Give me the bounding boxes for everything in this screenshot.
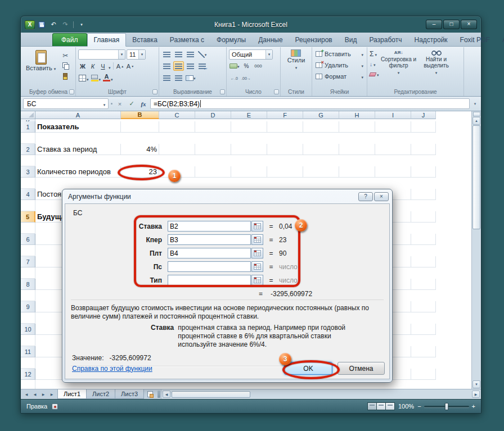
cell-I1[interactable] xyxy=(375,121,411,133)
tab-Файл[interactable]: Файл xyxy=(52,33,87,46)
cell-J12[interactable] xyxy=(411,369,436,380)
cell-A2[interactable]: Ставка за период xyxy=(35,144,121,155)
scroll-left-button[interactable] xyxy=(163,391,170,398)
cell-I3[interactable] xyxy=(375,166,411,178)
row-header-2[interactable]: 2 xyxy=(21,144,35,155)
dialog-help-button[interactable]: ? xyxy=(358,192,373,201)
cell-B3[interactable]: 23 xyxy=(121,166,159,178)
cell-J5[interactable] xyxy=(411,211,436,223)
decrease-decimal-button[interactable] xyxy=(241,73,251,83)
arg-collapse-button-Ставка[interactable] xyxy=(251,221,263,232)
scroll-right-button[interactable] xyxy=(472,391,480,398)
cell-J3[interactable] xyxy=(411,166,436,178)
last-sheet-button[interactable] xyxy=(48,391,56,398)
arg-collapse-button-Тип[interactable] xyxy=(251,275,263,285)
cell-K4[interactable] xyxy=(21,200,35,211)
cell-E3[interactable] xyxy=(231,166,267,178)
row-header-12[interactable]: 12 xyxy=(21,369,35,380)
name-box-divider[interactable] xyxy=(110,103,113,105)
cell-D2[interactable] xyxy=(195,144,231,155)
cell-D1[interactable] xyxy=(195,121,231,133)
number-dialog-launcher[interactable] xyxy=(274,89,279,94)
cell-K7[interactable] xyxy=(21,267,35,279)
cell-J2[interactable] xyxy=(411,144,436,155)
cell-J7[interactable] xyxy=(411,256,436,267)
cancel-entry-button[interactable]: × xyxy=(115,99,125,109)
styles-button[interactable]: Стили xyxy=(285,48,308,72)
close-button[interactable]: × xyxy=(461,20,477,29)
cell-K12[interactable] xyxy=(21,380,35,389)
fill-button[interactable] xyxy=(370,60,379,69)
formula-input[interactable]: =БС(B2;B3;B4) xyxy=(150,98,470,109)
tab-Разработч[interactable]: Разработч xyxy=(363,34,408,46)
cell-F1[interactable] xyxy=(267,121,303,133)
tab-Надстройк[interactable]: Надстройк xyxy=(408,34,453,46)
accounting-format-button[interactable] xyxy=(229,61,240,71)
cell-J6[interactable] xyxy=(411,234,436,245)
sheet-tab-Лист1[interactable]: Лист1 xyxy=(57,389,87,399)
delete-cells-button[interactable]: Удалить xyxy=(314,60,364,70)
cell-F3[interactable] xyxy=(267,166,303,178)
zoom-slider[interactable] xyxy=(417,403,475,410)
sheet-tab-Лист3[interactable]: Лист3 xyxy=(115,389,144,399)
column-header-B[interactable]: B xyxy=(121,111,159,119)
cancel-button[interactable]: Отмена xyxy=(338,362,385,375)
alignment-dialog-launcher[interactable] xyxy=(220,89,225,94)
tab-Разметка с[interactable]: Разметка с xyxy=(164,34,210,46)
cell-K8[interactable] xyxy=(21,290,35,301)
column-header-F[interactable]: F xyxy=(267,111,303,119)
wrap-text-button[interactable] xyxy=(197,61,208,71)
cell-I2[interactable] xyxy=(375,144,411,155)
row-header-9[interactable]: 9 xyxy=(21,301,35,312)
maximize-button[interactable]: □ xyxy=(443,20,460,29)
row-header-6[interactable]: 6 xyxy=(21,234,35,245)
tab-Рецензиров[interactable]: Рецензиров xyxy=(289,34,339,46)
cell-G3[interactable] xyxy=(303,166,339,178)
split-handle[interactable] xyxy=(473,112,480,116)
row-header-5[interactable]: 5 xyxy=(21,211,35,223)
cell-J8[interactable] xyxy=(411,279,436,290)
column-header-G[interactable]: G xyxy=(303,111,339,119)
row-header-10[interactable]: 10 xyxy=(21,324,35,335)
arg-input-Тип[interactable] xyxy=(168,275,251,285)
tab-Главная[interactable]: Главная xyxy=(87,33,127,47)
borders-button[interactable] xyxy=(78,73,89,83)
row-header-3[interactable]: 3 xyxy=(21,166,35,178)
ok-button[interactable]: OK xyxy=(284,362,332,375)
align-left-button[interactable] xyxy=(161,61,172,71)
tab-Формулы[interactable]: Формулы xyxy=(210,34,252,46)
scroll-up-button[interactable] xyxy=(472,117,480,125)
percent-style-button[interactable]: % xyxy=(241,61,252,71)
cell-F2[interactable] xyxy=(267,144,303,155)
vertical-scroll-thumb[interactable] xyxy=(472,125,480,229)
decrease-indent-button[interactable] xyxy=(161,73,172,83)
tab-Вид[interactable]: Вид xyxy=(339,34,363,46)
comma-style-button[interactable]: 000 xyxy=(253,61,264,71)
row-header-4[interactable]: 4 xyxy=(21,189,35,200)
insert-sheet-button[interactable] xyxy=(143,389,157,399)
cell-K6[interactable] xyxy=(21,245,35,256)
sheet-tab-Лист2[interactable]: Лист2 xyxy=(86,389,115,399)
cell-J10[interactable] xyxy=(411,324,436,335)
cell-K5[interactable] xyxy=(21,223,35,234)
align-top-button[interactable] xyxy=(161,49,172,59)
decrease-font-button[interactable]: А xyxy=(126,61,135,71)
cell-K3[interactable] xyxy=(21,178,35,189)
tab-split-handle[interactable] xyxy=(158,391,160,398)
zoom-thumb[interactable] xyxy=(444,403,448,410)
save-button[interactable] xyxy=(37,20,47,29)
font-dialog-launcher[interactable] xyxy=(152,89,158,94)
copy-button[interactable] xyxy=(60,61,71,70)
column-header-J[interactable]: J xyxy=(411,111,436,119)
arg-input-Кпер[interactable] xyxy=(168,234,251,245)
paste-button[interactable]: Вставить xyxy=(24,48,58,74)
next-sheet-button[interactable] xyxy=(39,391,47,398)
function-help-link[interactable]: Справка по этой функции xyxy=(72,365,152,373)
increase-indent-button[interactable] xyxy=(173,73,184,83)
find-select-button[interactable]: Найти и выделить xyxy=(418,48,454,76)
cell-K10[interactable] xyxy=(21,335,35,346)
page-layout-view-button[interactable] xyxy=(376,402,386,410)
cell-H2[interactable] xyxy=(339,144,375,155)
horizontal-scroll-thumb[interactable] xyxy=(172,391,250,398)
format-painter-button[interactable] xyxy=(60,71,71,81)
